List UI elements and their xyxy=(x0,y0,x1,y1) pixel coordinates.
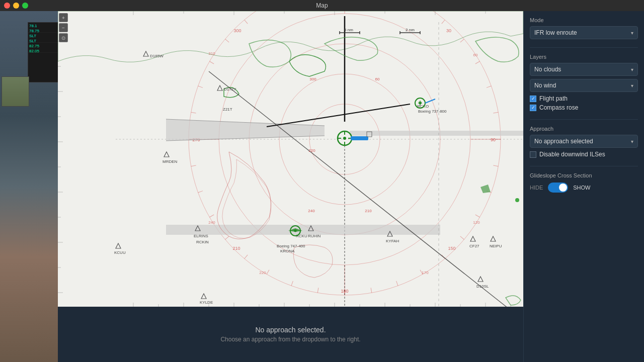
layers-label: Layers xyxy=(530,54,638,60)
window-title: Map xyxy=(316,2,328,9)
mode-dropdown-arrow: ▾ xyxy=(631,30,633,36)
flight-path-checkbox[interactable] xyxy=(530,96,536,102)
svg-text:Z21T: Z21T xyxy=(223,107,232,112)
instrument-panel: 78.178.75 SLTSLT 82.7582.05 xyxy=(28,22,58,82)
layers-section: Layers No clouds ▾ No wind ▾ Flight path… xyxy=(530,54,638,111)
toggle-knob xyxy=(559,184,567,192)
no-approach-text: No approach selected. xyxy=(255,326,326,334)
mode-value: IFR low enroute xyxy=(534,29,577,36)
svg-text:RCKU: RCKU xyxy=(296,234,307,238)
svg-text:D172Y: D172Y xyxy=(224,87,236,92)
center-button[interactable]: ⊙ xyxy=(59,33,68,42)
divider-2 xyxy=(530,119,638,120)
approach-value: No approach selected xyxy=(534,138,593,145)
svg-text:210: 210 xyxy=(232,246,240,251)
choose-approach-text: Choose an approach from the dropdown to … xyxy=(220,336,360,343)
minimize-button[interactable] xyxy=(13,3,19,9)
svg-text:KCUU: KCUU xyxy=(114,250,126,255)
svg-text:60: 60 xyxy=(375,77,380,81)
clouds-value: No clouds xyxy=(534,66,561,73)
disable-downwind-checkbox[interactable] xyxy=(530,151,536,158)
glideslope-toggle[interactable] xyxy=(548,183,568,193)
divider-1 xyxy=(530,47,638,48)
svg-text:Boeing 747-400: Boeing 747-400 xyxy=(277,244,305,248)
svg-text:RCKIN: RCKIN xyxy=(196,240,209,244)
svg-text:KYLDE: KYLDE xyxy=(200,300,213,305)
mode-label: Mode xyxy=(530,17,638,23)
approach-dropdown-arrow: ▾ xyxy=(631,139,633,144)
instrument-value-2: SLTSLT xyxy=(28,33,37,42)
svg-text:Boeing 737-800: Boeing 737-800 xyxy=(418,109,447,114)
svg-text:310: 310 xyxy=(208,51,215,56)
maximize-button[interactable] xyxy=(22,3,28,9)
traffic-lights xyxy=(4,3,28,9)
svg-text:300: 300 xyxy=(233,28,241,33)
instrument-value-1: 78.178.75 xyxy=(28,23,40,32)
svg-text:NEIPU: NEIPU xyxy=(490,244,502,248)
svg-text:300: 300 xyxy=(309,77,316,81)
compass-rose-label: Compass rose xyxy=(539,104,578,111)
wind-dropdown[interactable]: No wind ▾ xyxy=(530,79,638,92)
wind-value: No wind xyxy=(534,82,556,89)
svg-text:D10SL: D10SL xyxy=(476,284,489,289)
glideslope-show-label: SHOW xyxy=(573,185,590,191)
clouds-dropdown-arrow: ▾ xyxy=(631,67,633,72)
flight-path-row: Flight path xyxy=(530,95,638,102)
title-bar: Map xyxy=(0,0,644,11)
svg-text:KYFAH: KYFAH xyxy=(386,239,399,243)
svg-point-127 xyxy=(515,198,519,202)
zoom-out-button[interactable]: − xyxy=(59,23,68,32)
map-svg[interactable]: 360 180 270 90 30 150 210 300 10 60 120 … xyxy=(58,11,523,308)
svg-text:KRONA: KRONA xyxy=(280,249,295,253)
thumbnail-view xyxy=(2,76,29,107)
svg-text:ELRINS: ELRINS xyxy=(194,234,208,238)
svg-text:120: 120 xyxy=(473,220,480,225)
svg-text:60: 60 xyxy=(473,53,478,57)
mode-section: Mode IFR low enroute ▾ xyxy=(530,17,638,39)
map-controls: + − ⊙ xyxy=(58,11,69,61)
svg-text:220: 220 xyxy=(308,148,315,153)
svg-rect-120 xyxy=(351,136,368,140)
svg-text:2 nm: 2 nm xyxy=(406,28,415,32)
svg-text:30: 30 xyxy=(446,28,451,33)
disable-downwind-row: Disable downwind ILSes xyxy=(530,151,638,158)
svg-marker-67 xyxy=(350,131,523,136)
glideslope-section: Glideslope Cross Section HIDE SHOW xyxy=(530,172,638,193)
bottom-status-bar: No approach selected. Choose an approach… xyxy=(58,307,523,362)
close-button[interactable] xyxy=(4,3,10,9)
instrument-value-3: 82.7582.05 xyxy=(28,43,40,52)
disable-downwind-label: Disable downwind ILSes xyxy=(539,151,605,158)
svg-text:150: 150 xyxy=(448,246,455,251)
glideslope-label: Glideslope Cross Section xyxy=(530,172,638,178)
svg-marker-69 xyxy=(279,225,440,235)
svg-text:RUHIN: RUHIN xyxy=(308,234,321,238)
mode-dropdown[interactable]: IFR low enroute ▾ xyxy=(530,26,638,39)
glideslope-toggle-row: HIDE SHOW xyxy=(530,183,638,193)
divider-3 xyxy=(530,166,638,166)
approach-label: Approach xyxy=(530,126,638,132)
svg-rect-0 xyxy=(58,11,523,308)
svg-text:210: 210 xyxy=(365,209,372,213)
svg-text:D185W: D185W xyxy=(150,54,164,58)
svg-text:CF27: CF27 xyxy=(469,244,479,248)
zoom-in-button[interactable]: + xyxy=(59,13,68,22)
svg-text:90: 90 xyxy=(491,137,496,142)
svg-text:240: 240 xyxy=(208,220,215,225)
map-area[interactable]: 360 180 270 90 30 150 210 300 10 60 120 … xyxy=(58,11,523,308)
approach-dropdown[interactable]: No approach selected ▾ xyxy=(530,135,638,148)
svg-text:240: 240 xyxy=(308,209,315,213)
glideslope-hide-label: HIDE xyxy=(530,185,543,191)
svg-text:5 nm: 5 nm xyxy=(344,28,353,32)
svg-text:MRDEN: MRDEN xyxy=(163,159,178,164)
flight-path-label: Flight path xyxy=(539,95,568,102)
compass-rose-checkbox[interactable] xyxy=(530,105,536,111)
svg-point-115 xyxy=(343,137,346,140)
clouds-dropdown[interactable]: No clouds ▾ xyxy=(530,63,638,76)
simulator-background: 78.178.75 SLTSLT 82.7582.05 xyxy=(0,11,58,362)
right-panel: Mode IFR low enroute ▾ Layers No clouds … xyxy=(523,11,644,362)
approach-section: Approach No approach selected ▾ Disable … xyxy=(530,126,638,158)
compass-rose-row: Compass rose xyxy=(530,104,638,111)
wind-dropdown-arrow: ▾ xyxy=(631,83,633,88)
svg-text:220: 220 xyxy=(259,270,266,275)
svg-text:170: 170 xyxy=(422,270,429,275)
